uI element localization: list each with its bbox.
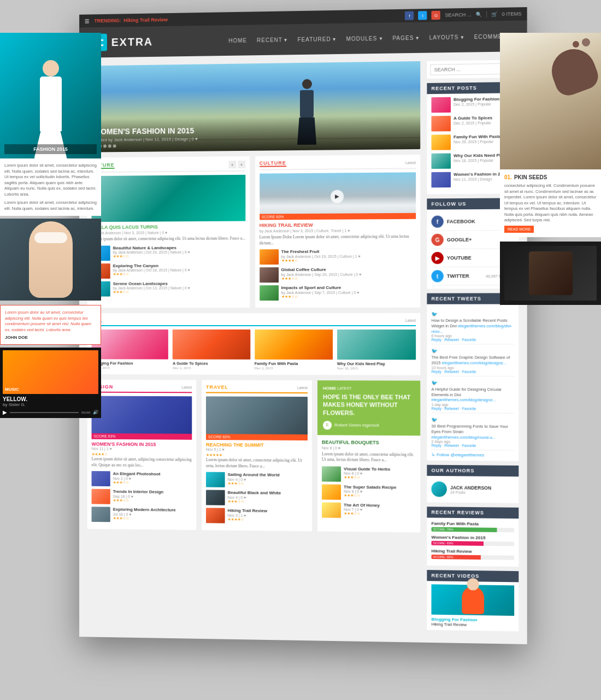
progress-bar[interactable] [10, 412, 79, 413]
travel-article-3-title: Hiking Trail Review [228, 508, 267, 514]
recent-post-3-image [432, 134, 451, 150]
dot-5[interactable] [113, 144, 116, 148]
dot-4[interactable] [108, 144, 111, 148]
travel-section: TRAVEL Latest SCORE 60% REACHING THE SUM… [202, 380, 312, 531]
all-item-1[interactable]: Blogging For Fashion Dec 2, 2015 [92, 330, 169, 370]
nav-modules[interactable]: MODULES ▾ [346, 34, 383, 43]
design-article-3[interactable]: Exploring Modern Architecture Jul 18 | 0… [92, 507, 192, 523]
home-article-2-stars: ★★★☆☆ [344, 493, 396, 498]
all-item-4[interactable]: Why Our Kids Need Play Nov 18, 2015 [337, 330, 416, 370]
dot-3[interactable] [103, 144, 107, 148]
home-featured-meta: Nov 8 | 0 ♥ [322, 446, 416, 450]
nature-nav-arrows[interactable]: ‹ › [228, 161, 245, 168]
music-label: MUSIC [5, 387, 19, 392]
facebook-icon-top[interactable]: f [405, 11, 414, 20]
left-panel-profile-image [0, 219, 101, 301]
culture-featured-image[interactable]: ▶ SCORE 60% [260, 172, 416, 220]
review-3-title: Hiking Trail Review [432, 549, 515, 555]
video-figure [462, 586, 484, 614]
culture-article-1-content: The Freshest Fruit by Jack Anderson | Oc… [281, 249, 361, 263]
all-item-2-image [173, 330, 250, 360]
nav-recent[interactable]: RECENT ▾ [257, 36, 288, 44]
all-item-3[interactable]: Family Fun With Pasta Dec 2, 2015 [255, 330, 333, 370]
review-2-title: Women's Fashion in 2015 [432, 535, 515, 541]
music-controls[interactable]: ▶ 00:00 🔊 [3, 409, 98, 415]
design-article-3-content: Exploring Modern Architecture Jul 18 | 0… [113, 507, 176, 521]
nav-pages[interactable]: PAGES ▾ [392, 33, 419, 42]
google-icon-top[interactable]: G [432, 11, 440, 20]
culture-article-2-content: Global Coffee Culture by Jack Anderson |… [281, 267, 362, 281]
culture-play-button[interactable]: ▶ [331, 190, 344, 203]
travel-featured-image[interactable]: SCORE 60% [206, 396, 308, 440]
top-bar-left: ☰ TRENDING: Hiking Trail Review [85, 17, 168, 24]
tweet-1-link[interactable]: elegantthemes.com/blog/divi-reso... [432, 323, 512, 334]
cart-icon[interactable]: 🛒 [491, 11, 497, 17]
recent-post-5-image [432, 172, 451, 187]
section-title-right: PKIN SEEDS [514, 174, 547, 181]
nature-article-3-content: Serene Ocean Landscapes by Jack Anderson… [113, 281, 190, 295]
nav-featured[interactable]: FEATURED ▾ [297, 34, 336, 43]
search-label-top: SEARCH ... [445, 12, 471, 18]
browser-window: ☰ TRENDING: Hiking Trail Review f t G SE… [79, 7, 527, 644]
play-icon[interactable]: ▶ [3, 409, 7, 415]
tweet-4-actions[interactable]: Reply · Retweet · Favorite [432, 444, 515, 448]
nav-layouts[interactable]: LAYOUTS ▾ [429, 33, 464, 42]
follow-twitter-link[interactable]: ↳ Follow @elegantthemes [432, 452, 515, 458]
home-featured-excerpt: Lorem ipsum dolor sit amet, consectetur … [322, 451, 416, 463]
tweet-4-link[interactable]: elegantthemes.com/blog/round-u... [432, 434, 496, 440]
culture-header: CULTURE Latest [260, 159, 416, 170]
culture-article-3[interactable]: Impacts of Sport and Culture by Jack And… [260, 285, 416, 301]
travel-article-3[interactable]: Hiking Trail Review Nov 3 | 1 ♥ ★★★★☆ [206, 508, 308, 524]
culture-title: CULTURE [260, 160, 286, 167]
travel-article-1[interactable]: Sailing Around the World Nov 4 | 0 ♥ ★★★… [206, 472, 308, 488]
design-article-1-title: An Elegant Photoshoot [113, 471, 161, 477]
nature-next-arrow[interactable]: › [238, 161, 245, 168]
nature-article-1[interactable]: Beautiful Nature & Landscapes by Jack An… [92, 245, 245, 261]
sidebar-recent-reviews: RECENT REVIEWS Family Fun With Pasta SCO… [427, 507, 518, 567]
search-icon-top[interactable]: 🔍 [476, 12, 482, 17]
tweet-1-actions[interactable]: Reply · Retweet · Favorite [432, 338, 515, 342]
volume-icon[interactable]: 🔊 [93, 410, 98, 415]
recent-post-3-content: Family Fun With Pasta Nov 29, 2015 | Pop… [453, 134, 501, 144]
nav-home[interactable]: HOME [228, 36, 247, 44]
sidebar-recent-videos: RECENT VIDEOS Blogging For Fashion Hiki [427, 570, 518, 631]
travel-article-2[interactable]: Beautiful Black and White Nov 4 | 0 ♥ ★★… [206, 490, 308, 506]
tweet-2-link[interactable]: elegantthemes.com/blog/designe... [442, 360, 506, 365]
hero-image[interactable]: WOMEN'S FASHION IN 2015 Posted by Jack A… [87, 61, 421, 152]
tweet-3-link[interactable]: elegantthemes.com/blog/designe... [432, 397, 496, 403]
review-1-title: Family Fun With Pasta [432, 521, 515, 527]
nature-prev-arrow[interactable]: ‹ [228, 161, 236, 168]
design-article-1[interactable]: An Elegant Photoshoot Nov 2 | 0 ♥ ★★★☆☆ [92, 471, 192, 487]
travel-article-1-image [206, 472, 225, 487]
culture-article-3-stars: ★★★☆☆ [281, 294, 360, 298]
dark-image [504, 246, 597, 301]
tweet-3-actions[interactable]: Reply · Retweet · Favorite [432, 407, 515, 411]
home-article-2[interactable]: The Super Salads Recipe Nov 8 | 0 ♥ ★★★☆… [322, 484, 416, 501]
home-article-3-stars: ★★★☆☆ [344, 511, 380, 516]
nature-article-2[interactable]: Exploring The Canyon by Jack Anderson | … [92, 263, 245, 279]
read-more-button[interactable]: READ MORE [504, 226, 534, 233]
nature-culture-row: NATURE ‹ › NULLA QUIS LACUS TURPIS by Ja… [87, 155, 421, 308]
home-article-3[interactable]: The Art Of Honey Nov 7 | 0 ♥ ★★★☆☆ [322, 502, 416, 519]
recent-post-3-title: Family Fun With Pasta [453, 134, 501, 140]
menu-icon[interactable]: ☰ [85, 18, 90, 24]
right-panel-text: 01. PKIN SEEDS consectetur adipiscing el… [500, 169, 601, 237]
author-jack-anderson[interactable]: JACK ANDERSON 24 Posts [432, 479, 515, 500]
tweet-2-actions[interactable]: Reply · Retweet · Favorite [432, 369, 515, 373]
twitter-icon-top[interactable]: t [419, 11, 427, 20]
nature-featured-image[interactable] [92, 175, 245, 222]
youtube-name: YOUTUBE [447, 255, 472, 261]
our-authors-header: OuR Authors [427, 465, 518, 477]
left-panel-text-block: Lorem ipsum dolor sit amet, consectetur … [0, 158, 101, 216]
all-item-2-meta: Dec 2, 2015 [173, 366, 250, 370]
design-article-2[interactable]: Trends In Interior Design Sep 18 | 0 ♥ ★… [92, 489, 192, 505]
culture-featured-title: HIKING TRAIL REVIEW [260, 222, 416, 228]
all-item-2[interactable]: A Guide To Spices Dec 2, 2015 [173, 330, 250, 370]
design-featured-image[interactable]: SCORE 63% [92, 396, 192, 440]
home-article-1[interactable]: Visual Guide To Herbs Nov 8 | 0 ♥ ★★★☆☆ [322, 466, 416, 482]
video-thumbnail-1[interactable] [432, 585, 515, 616]
bottom-row: DESIGN Latest SCORE 63% WOMEN'S FASHION … [87, 380, 421, 533]
culture-article-2[interactable]: Global Coffee Culture by Jack Anderson |… [260, 267, 416, 283]
nature-article-3[interactable]: Serene Ocean Landscapes by Jack Anderson… [92, 281, 245, 296]
culture-article-1[interactable]: The Freshest Fruit by Jack Anderson | Oc… [260, 249, 416, 264]
